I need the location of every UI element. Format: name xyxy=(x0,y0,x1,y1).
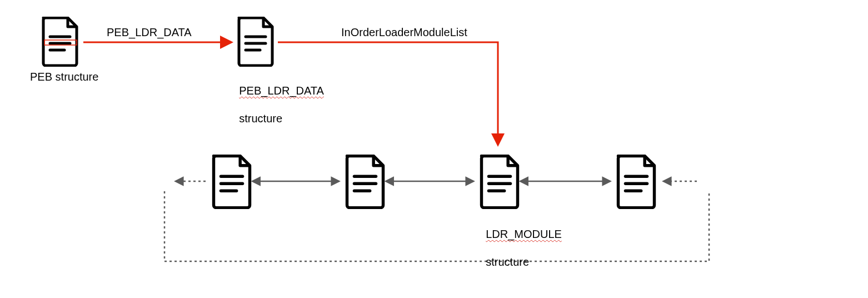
underlined-term: LDR_MODULE xyxy=(486,228,562,240)
diagram-svg xyxy=(0,0,868,298)
dotted-wraparound xyxy=(164,191,709,261)
node-label: PEB structure xyxy=(30,70,98,84)
document-icon xyxy=(618,156,655,207)
node-label: PEB_LDR_DATA structure xyxy=(227,70,324,140)
document-icon xyxy=(347,156,383,207)
node-label: LDR_MODULE structure xyxy=(473,213,562,283)
edge-label: InOrderLoaderModuleList xyxy=(341,26,467,39)
edge-label: PEB_LDR_DATA xyxy=(107,26,192,39)
underlined-term: PEB_LDR_DATA xyxy=(239,85,324,97)
document-icon xyxy=(239,18,272,66)
diagram-canvas: PEB structure PEB_LDR_DATA PEB_LDR_DATA … xyxy=(0,0,868,298)
document-icon xyxy=(43,18,77,66)
document-icon xyxy=(482,156,518,207)
document-icon xyxy=(214,156,250,207)
